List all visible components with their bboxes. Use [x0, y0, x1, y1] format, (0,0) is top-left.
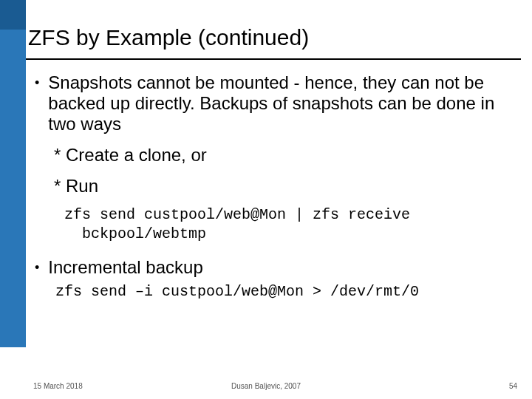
footer-date: 15 March 2018: [33, 382, 83, 390]
sub-bullet: * Run: [54, 176, 506, 197]
code-block: zfs send –i custpool/web@Mon > /dev/rmt/…: [55, 282, 506, 301]
bullet-dot-icon: •: [35, 257, 39, 278]
bullet-dot-icon: •: [35, 72, 39, 93]
corner-accent: [0, 0, 26, 30]
bullet-text: Snapshots cannot be mounted - hence, the…: [48, 72, 506, 134]
slide-body: • Snapshots cannot be mounted - hence, t…: [33, 66, 506, 301]
bullet-text: Incremental backup: [48, 257, 202, 278]
slide-title: ZFS by Example (continued): [28, 25, 309, 50]
bullet-item: • Incremental backup: [33, 257, 506, 278]
code-block: zfs send custpool/web@Mon | zfs receive …: [64, 205, 506, 244]
title-underline: [26, 58, 521, 60]
sub-bullet: * Create a clone, or: [54, 145, 506, 166]
footer-page-number: 54: [509, 382, 517, 390]
slide: ZFS by Example (continued) • Snapshots c…: [0, 0, 532, 399]
side-accent: [0, 30, 26, 347]
footer: 15 March 2018 Dusan Baljevic, 2007 54: [0, 382, 532, 390]
bullet-item: • Snapshots cannot be mounted - hence, t…: [33, 72, 506, 134]
